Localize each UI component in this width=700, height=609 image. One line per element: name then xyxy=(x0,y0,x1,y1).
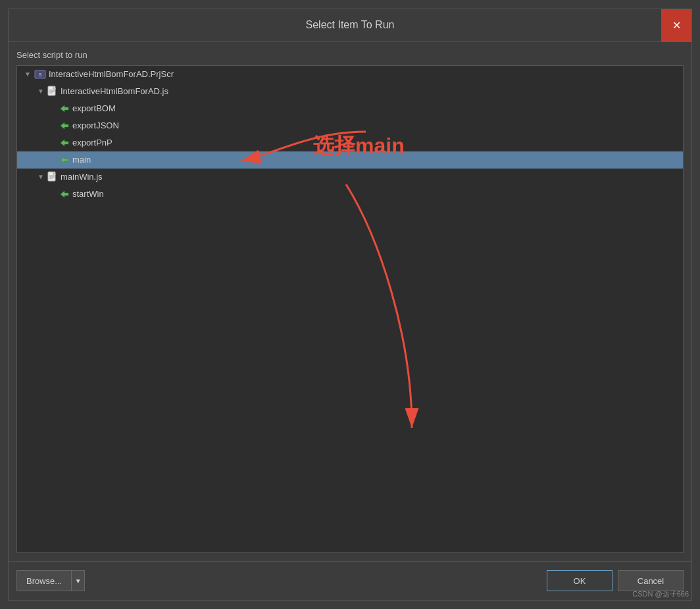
tree-label-mainwin: mainWin.js xyxy=(61,172,103,182)
tree-label-exportbom: exportBOM xyxy=(72,103,116,113)
tree-item-exportpnp[interactable]: exportPnP xyxy=(17,134,683,151)
tree-label-startwin: startWin xyxy=(72,189,104,199)
ok-button[interactable]: OK xyxy=(547,570,612,591)
tree-label-exportpnp: exportPnP xyxy=(72,138,113,147)
browse-button[interactable]: Browse... xyxy=(16,570,72,591)
file-icon xyxy=(47,86,58,97)
content-area: Select script to run ▼ S InteractiveHtml… xyxy=(9,42,691,561)
tree-label-main: main xyxy=(72,155,91,165)
collapse-icon-prjscr[interactable]: ▼ xyxy=(22,69,33,80)
project-icon: S xyxy=(34,68,46,80)
close-button[interactable]: ✕ xyxy=(661,9,691,42)
script-icon-main xyxy=(59,155,70,165)
svg-text:S: S xyxy=(39,72,42,77)
tree-container[interactable]: ▼ S InteractiveHtmlBomForAD.PrjScr ▼ xyxy=(16,65,684,553)
dialog-title: Select Item To Run xyxy=(306,19,395,31)
script-icon-exportjson xyxy=(59,121,70,130)
collapse-icon-jsfile[interactable]: ▼ xyxy=(36,86,46,97)
script-icon-startwin xyxy=(59,190,70,199)
select-label: Select script to run xyxy=(16,50,684,60)
tree-item-startwin[interactable]: startWin xyxy=(17,186,683,203)
annotation-arrow-2 xyxy=(280,171,478,448)
script-icon-exportbom xyxy=(59,104,70,113)
title-bar: Select Item To Run ✕ xyxy=(9,9,691,42)
collapse-icon-mainwin[interactable]: ▼ xyxy=(36,172,46,182)
browse-dropdown-button[interactable]: ▼ xyxy=(72,570,85,591)
cancel-button[interactable]: Cancel xyxy=(618,570,684,591)
tree-item-mainwin[interactable]: ▼ mainWin.js xyxy=(17,169,683,186)
script-icon-exportpnp xyxy=(59,138,70,147)
tree-item-prjscr[interactable]: ▼ S InteractiveHtmlBomForAD.PrjScr xyxy=(17,66,683,83)
tree-label-jsfile: InteractiveHtmlBomForAD.js xyxy=(61,86,168,96)
watermark: CSDN @达子666 xyxy=(632,589,689,599)
tree-item-exportbom[interactable]: exportBOM xyxy=(17,100,683,117)
browse-group: Browse... ▼ xyxy=(16,570,85,591)
select-item-dialog: Select Item To Run ✕ Select script to ru… xyxy=(8,9,692,601)
file-icon-mainwin xyxy=(47,171,58,183)
tree-item-jsfile[interactable]: ▼ InteractiveHtmlBomForAD.js xyxy=(17,83,683,100)
tree-item-main[interactable]: main xyxy=(17,151,683,169)
bottom-bar: Browse... ▼ OK Cancel xyxy=(9,561,691,600)
tree-label-exportjson: exportJSON xyxy=(72,120,119,130)
dropdown-arrow-icon: ▼ xyxy=(75,577,82,585)
tree-item-exportjson[interactable]: exportJSON xyxy=(17,117,683,134)
tree-label-prjscr: InteractiveHtmlBomForAD.PrjScr xyxy=(49,69,174,79)
